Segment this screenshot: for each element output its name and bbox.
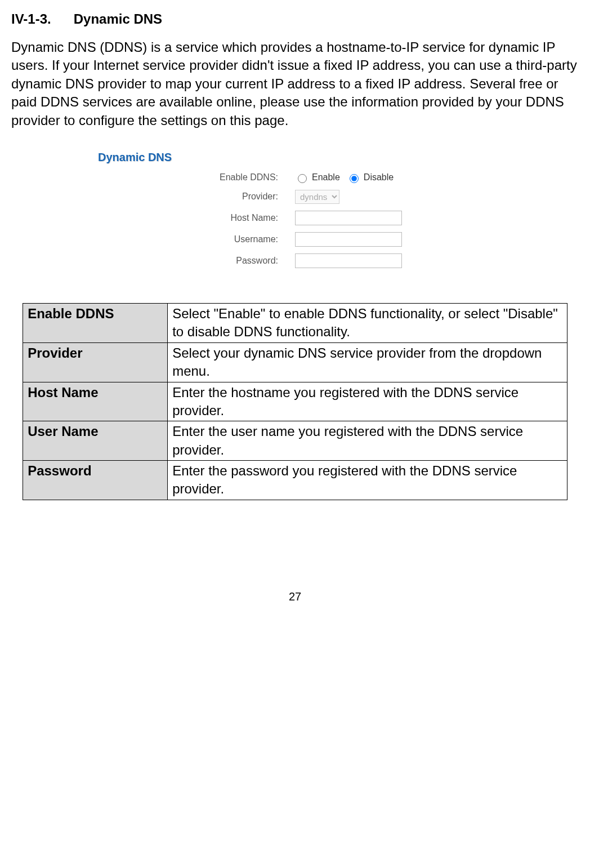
section-number: IV-1-3. [11, 11, 51, 27]
password-label: Password: [98, 256, 295, 266]
provider-label: Provider: [98, 192, 295, 202]
username-label: Username: [98, 234, 295, 244]
form-row-username: Username: [98, 232, 492, 247]
table-row: Password Enter the password you register… [23, 461, 567, 500]
disable-radio[interactable] [350, 174, 359, 183]
table-row: Enable DDNS Select "Enable" to enable DD… [23, 303, 567, 342]
section-title: Dynamic DNS [74, 11, 162, 26]
provider-select[interactable]: dyndns [295, 190, 339, 204]
disable-radio-label: Disable [364, 172, 394, 182]
table-key: Password [23, 461, 168, 500]
table-desc: Select "Enable" to enable DDNS functiona… [168, 303, 567, 342]
table-key: Enable DDNS [23, 303, 168, 342]
table-row: User Name Enter the user name you regist… [23, 421, 567, 461]
page-number: 27 [11, 590, 579, 603]
table-desc: Enter the user name you registered with … [168, 421, 567, 461]
table-key: Provider [23, 342, 168, 382]
form-row-enable: Enable DDNS: Enable Disable [98, 172, 492, 183]
table-row: Provider Select your dynamic DNS service… [23, 342, 567, 382]
ddns-form-panel: Dynamic DNS Enable DDNS: Enable Disable … [98, 146, 492, 281]
enable-radio-label: Enable [312, 172, 340, 182]
intro-paragraph: Dynamic DNS (DDNS) is a service which pr… [11, 38, 579, 130]
description-table: Enable DDNS Select "Enable" to enable DD… [23, 303, 567, 500]
password-input[interactable] [295, 253, 402, 268]
password-field [295, 253, 402, 268]
table-key: User Name [23, 421, 168, 461]
table-key: Host Name [23, 382, 168, 421]
section-heading: IV-1-3.Dynamic DNS [11, 11, 579, 27]
table-desc: Enter the hostname you registered with t… [168, 382, 567, 421]
form-row-password: Password: [98, 253, 492, 268]
enable-field: Enable Disable [295, 172, 397, 183]
enable-radio[interactable] [298, 174, 307, 183]
hostname-field [295, 211, 402, 225]
username-input[interactable] [295, 232, 402, 247]
table-desc: Enter the password you registered with t… [168, 461, 567, 500]
table-row: Host Name Enter the hostname you registe… [23, 382, 567, 421]
form-row-hostname: Host Name: [98, 211, 492, 225]
form-row-provider: Provider: dyndns [98, 190, 492, 204]
description-table-body: Enable DDNS Select "Enable" to enable DD… [23, 303, 567, 500]
provider-field: dyndns [295, 190, 339, 204]
enable-label: Enable DDNS: [98, 172, 295, 182]
username-field [295, 232, 402, 247]
table-desc: Select your dynamic DNS service provider… [168, 342, 567, 382]
hostname-label: Host Name: [98, 213, 295, 223]
hostname-input[interactable] [295, 211, 402, 225]
form-title: Dynamic DNS [98, 146, 492, 172]
